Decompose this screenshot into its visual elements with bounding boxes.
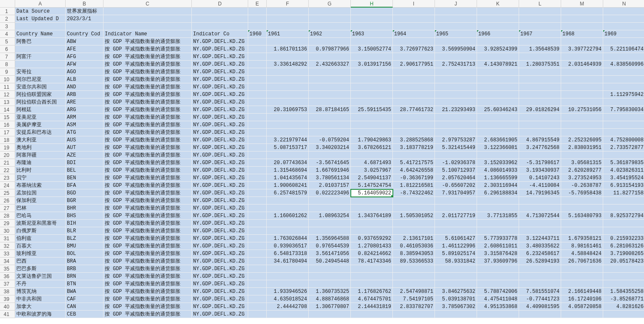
col-header-N[interactable]: N: [603, 0, 644, 8]
meta-row-1-H[interactable]: [351, 8, 393, 15]
col-header-A[interactable]: A: [15, 0, 66, 8]
data-row-N[interactable]: 1.112975942: [603, 91, 644, 98]
data-row-C[interactable]: 按 GDP 平减指数衡量的通货膨胀: [103, 159, 192, 167]
data-row-K[interactable]: [477, 204, 519, 212]
row-header-19[interactable]: 19: [0, 144, 15, 151]
data-row-L[interactable]: 6.232458617: [519, 250, 561, 258]
header-cell-I[interactable]: 1964: [393, 30, 435, 38]
data-row-I[interactable]: [393, 68, 435, 76]
data-row-K[interactable]: 2.683661905: [477, 136, 519, 144]
data-row-I[interactable]: [393, 280, 435, 288]
data-row-B[interactable]: AND: [66, 83, 103, 91]
data-row-M[interactable]: 2.031464939: [561, 61, 603, 68]
data-row-K[interactable]: [477, 114, 519, 121]
row-header-16[interactable]: 16: [0, 121, 15, 129]
data-row-I[interactable]: 4.642426558: [393, 167, 435, 174]
data-row-I[interactable]: [393, 98, 435, 106]
header-cell-N[interactable]: 1969: [603, 30, 644, 38]
data-row-G[interactable]: [309, 197, 351, 204]
meta-row-2-M[interactable]: [561, 15, 603, 23]
data-row-G[interactable]: [309, 91, 351, 98]
data-row-A[interactable]: 布隆迪: [15, 159, 66, 167]
data-row-D[interactable]: NY.GDP.DEFL.KD.ZG: [192, 98, 248, 106]
data-row-B[interactable]: BRB: [66, 265, 103, 273]
col-header-H[interactable]: H: [351, 0, 393, 8]
data-row-C[interactable]: 按 GDP 平减指数衡量的通货膨胀: [103, 68, 192, 76]
data-row-F[interactable]: 6.257481579: [267, 189, 309, 197]
data-row-E[interactable]: [248, 83, 267, 91]
data-row-L[interactable]: [519, 227, 561, 235]
row-header-5[interactable]: 5: [0, 38, 15, 45]
meta-row-2-L[interactable]: [519, 15, 561, 23]
row-header-12[interactable]: 12: [0, 91, 15, 98]
data-row-E[interactable]: [248, 182, 267, 189]
data-row-E[interactable]: [248, 197, 267, 204]
data-row-H[interactable]: [351, 98, 393, 106]
data-row-K[interactable]: [477, 220, 519, 227]
data-row-K[interactable]: 4.143078921: [477, 61, 519, 68]
data-row-K[interactable]: [477, 151, 519, 159]
data-row-M[interactable]: [561, 311, 603, 318]
header-cell-A[interactable]: Country Name: [15, 30, 66, 38]
data-row-K[interactable]: [477, 76, 519, 83]
data-row-N[interactable]: 20.05178423: [603, 258, 644, 265]
data-row-B[interactable]: BHR: [66, 204, 103, 212]
data-row-H[interactable]: 3.013917156: [351, 61, 393, 68]
data-row-D[interactable]: NY.GDP.DEFL.KD.ZG: [192, 174, 248, 182]
data-row-L[interactable]: [519, 38, 561, 45]
data-row-L[interactable]: 4.713072544: [519, 212, 561, 220]
meta-row-1-K[interactable]: [477, 8, 519, 15]
data-row-A[interactable]: 巴巴多斯: [15, 265, 66, 273]
data-row-F[interactable]: 6.548173318: [267, 250, 309, 258]
data-row-G[interactable]: 0.979877966: [309, 45, 351, 53]
data-row-C[interactable]: 按 GDP 平减指数衡量的通货膨胀: [103, 83, 192, 91]
data-row-F[interactable]: 1.763026844: [267, 235, 309, 242]
data-row-D[interactable]: NY.GDP.DEFL.KD.ZG: [192, 295, 248, 303]
data-row-D[interactable]: NY.GDP.DEFL.KD.ZG: [192, 273, 248, 280]
data-row-F[interactable]: [267, 68, 309, 76]
data-row-B[interactable]: BRA: [66, 258, 103, 265]
data-row-A[interactable]: 安提瓜和巴布达: [15, 129, 66, 136]
data-row-D[interactable]: NY.GDP.DEFL.KD.ZG: [192, 83, 248, 91]
data-row-F[interactable]: [267, 98, 309, 106]
data-row-A[interactable]: 加拿大: [15, 303, 66, 311]
data-row-I[interactable]: [393, 227, 435, 235]
data-row-G[interactable]: -3.56741645: [309, 159, 351, 167]
data-row-I[interactable]: [393, 220, 435, 227]
col-header-B[interactable]: B: [66, 0, 103, 8]
data-row-M[interactable]: [561, 38, 603, 45]
data-row-B[interactable]: CAF: [66, 295, 103, 303]
data-row-D[interactable]: NY.GDP.DEFL.KD.ZG: [192, 114, 248, 121]
meta-row-2-A[interactable]: Last Updated D: [15, 15, 66, 23]
data-row-E[interactable]: [248, 151, 267, 159]
data-row-D[interactable]: NY.GDP.DEFL.KD.ZG: [192, 212, 248, 220]
data-row-J[interactable]: 2.011727719: [435, 212, 477, 220]
data-row-G[interactable]: [309, 68, 351, 76]
data-row-E[interactable]: [248, 242, 267, 250]
data-row-N[interactable]: [603, 197, 644, 204]
data-row-H[interactable]: [351, 197, 393, 204]
data-row-B[interactable]: ALB: [66, 76, 103, 83]
row-header-35[interactable]: 35: [0, 265, 15, 273]
data-row-A[interactable]: 安哥拉: [15, 68, 66, 76]
meta-row-3-J[interactable]: [435, 23, 477, 30]
data-row-L[interactable]: [519, 204, 561, 212]
data-row-A[interactable]: 阿根廷: [15, 106, 66, 114]
data-row-A[interactable]: 不丹: [15, 280, 66, 288]
data-row-B[interactable]: BDI: [66, 159, 103, 167]
data-row-M[interactable]: [561, 76, 603, 83]
meta-row-1-N[interactable]: [603, 8, 644, 15]
data-row-N[interactable]: 0.215932233: [603, 235, 644, 242]
data-row-D[interactable]: NY.GDP.DEFL.KD.ZG: [192, 303, 248, 311]
data-row-N[interactable]: 11.8277158: [603, 189, 644, 197]
data-row-F[interactable]: 2.44442708: [267, 303, 309, 311]
data-row-E[interactable]: [248, 129, 267, 136]
data-row-B[interactable]: AFG: [66, 53, 103, 61]
data-row-J[interactable]: [435, 76, 477, 83]
data-row-L[interactable]: [519, 151, 561, 159]
data-row-A[interactable]: 贝宁: [15, 174, 66, 182]
row-header-38[interactable]: 38: [0, 288, 15, 295]
data-row-M[interactable]: [561, 273, 603, 280]
data-row-D[interactable]: NY.GDP.DEFL.KD.ZG: [192, 144, 248, 151]
data-row-C[interactable]: 按 GDP 平减指数衡量的通货膨胀: [103, 136, 192, 144]
